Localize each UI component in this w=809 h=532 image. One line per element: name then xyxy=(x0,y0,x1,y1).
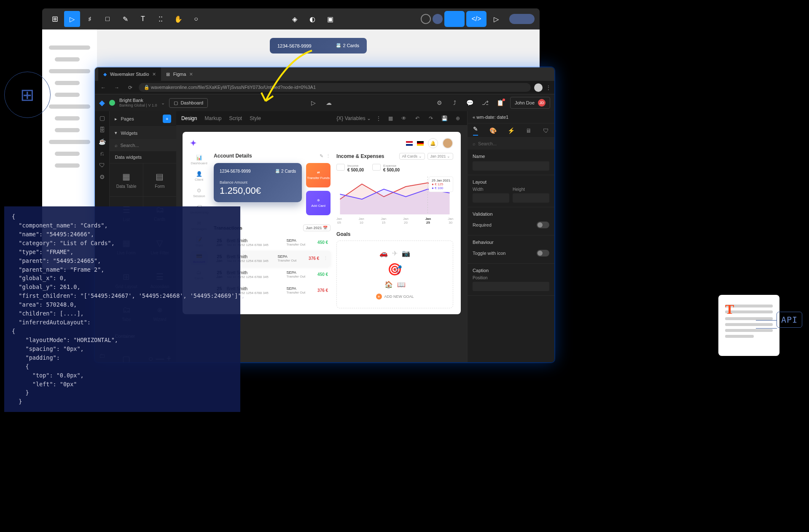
edit-icon[interactable]: ✎ xyxy=(320,153,323,159)
rect-tool[interactable]: □ xyxy=(99,11,116,27)
layer-item[interactable] xyxy=(49,45,90,50)
layer-item[interactable] xyxy=(49,104,90,109)
profile-avatar[interactable] xyxy=(534,83,543,92)
rail-dashboard[interactable]: 📊Dashboard xyxy=(190,153,208,167)
visibility-icon[interactable]: 👁 xyxy=(400,115,408,121)
notification-icon[interactable]: 📋 xyxy=(495,99,506,106)
pages-row[interactable]: ▸ Pages + xyxy=(110,111,176,127)
breadcrumb[interactable]: « wm-date: date1 xyxy=(468,111,554,123)
ellipse-tool[interactable]: ○ xyxy=(188,11,204,27)
back-icon[interactable]: ← xyxy=(98,85,108,91)
add-goal-button[interactable]: + ADD NEW GOAL xyxy=(345,294,444,299)
deploy-icon[interactable]: ⤴ xyxy=(449,99,460,106)
height-input[interactable] xyxy=(513,193,549,203)
avatar-1[interactable] xyxy=(421,14,431,24)
pen-tool[interactable]: ✎ xyxy=(117,11,133,27)
undo-icon[interactable]: ↶ xyxy=(413,115,422,121)
month-filter[interactable]: Jan 2021 📅 xyxy=(303,225,331,231)
properties-search[interactable]: ⌕ Search... xyxy=(468,138,554,150)
tab-figma[interactable]: ⊞ Figma × xyxy=(161,67,198,81)
share-button[interactable] xyxy=(444,11,465,27)
flag-uk-icon[interactable] xyxy=(406,141,413,146)
reload-icon[interactable]: ⟳ xyxy=(125,85,135,91)
month-filter[interactable]: Jan 2021 ⌄ xyxy=(427,153,454,160)
api-rail-icon[interactable]: ☕ xyxy=(99,138,106,145)
close-icon[interactable]: × xyxy=(189,71,193,78)
play-icon[interactable]: ▷ xyxy=(308,99,319,106)
cards-filter[interactable]: All Cards ⌄ xyxy=(399,153,425,160)
tab-style[interactable]: Style xyxy=(250,115,261,121)
settings-icon[interactable]: ⚙ xyxy=(434,99,445,106)
layer-item[interactable] xyxy=(49,140,90,144)
tab-design[interactable]: Design xyxy=(181,115,197,121)
dev-mode-toggle[interactable]: </> xyxy=(466,11,486,27)
add-page-button[interactable]: + xyxy=(163,115,171,123)
properties-tab-icon[interactable]: ✎ xyxy=(473,126,478,136)
settings-rail-icon[interactable]: ⚙ xyxy=(99,174,105,180)
forward-icon[interactable]: → xyxy=(112,85,122,91)
browser-menu-icon[interactable]: ⋮ xyxy=(546,85,551,91)
flow-rail-icon[interactable]: ⎌ xyxy=(100,150,104,157)
layer-item[interactable] xyxy=(55,57,80,61)
add-card-button[interactable]: ⊕ Add Card xyxy=(306,191,331,215)
url-bar[interactable]: 🔒 wavemakeronline.com/file/SXaKEyWTjSvss… xyxy=(139,83,531,92)
widget-form[interactable]: ▤Form xyxy=(143,163,176,196)
figma-canvas-card[interactable]: 1234-5678-9999 📇 2 Cards xyxy=(270,38,367,53)
play-icon[interactable]: ▷ xyxy=(488,11,504,27)
security-tab-icon[interactable]: 🛡 xyxy=(543,127,549,134)
move-tool[interactable]: ▷ xyxy=(64,11,80,27)
widgets-row[interactable]: ▾ Widgets xyxy=(110,127,176,139)
width-input[interactable] xyxy=(473,193,509,203)
figma-logo-icon[interactable]: ⊞ xyxy=(47,11,62,27)
tab-wavemaker[interactable]: ◆ Wavemaker Studio × xyxy=(98,67,161,81)
mask-icon[interactable]: ◐ xyxy=(304,11,320,27)
layer-item[interactable] xyxy=(55,128,80,132)
layer-item[interactable] xyxy=(49,69,90,73)
close-icon[interactable]: × xyxy=(153,71,156,78)
rail-client[interactable]: 👤Client xyxy=(190,169,208,183)
tab-script[interactable]: Script xyxy=(229,115,242,121)
hand-tool[interactable]: ✋ xyxy=(170,11,186,27)
more-icon[interactable]: ⋮ xyxy=(326,153,331,159)
transfer-funds-button[interactable]: ⇄ Transfer Funds xyxy=(306,163,331,187)
position-input[interactable] xyxy=(473,282,549,291)
required-toggle[interactable] xyxy=(537,222,549,228)
layer-item[interactable] xyxy=(55,152,80,156)
layer-item[interactable] xyxy=(55,93,80,97)
layer-item[interactable] xyxy=(55,163,80,168)
branch-icon[interactable]: ⎇ xyxy=(480,99,491,106)
flag-de-icon[interactable] xyxy=(417,141,424,146)
device-tab-icon[interactable]: 🖥 xyxy=(526,127,532,134)
redo-icon[interactable]: ↷ xyxy=(427,115,435,121)
name-input[interactable] xyxy=(473,161,549,171)
chevron-down-icon[interactable]: ⌄ xyxy=(161,100,165,106)
pages-rail-icon[interactable]: ▢ xyxy=(99,115,105,121)
widget-data-table[interactable]: ▦Data Table xyxy=(110,163,142,196)
boolean-icon[interactable]: ▣ xyxy=(322,11,338,27)
rail-session[interactable]: ⊙Session xyxy=(190,186,208,200)
bell-icon[interactable]: 🔔 xyxy=(428,138,438,148)
cloud-upload-icon[interactable]: ☁ xyxy=(323,99,334,106)
layout-icon[interactable]: ▦ xyxy=(386,115,395,121)
layer-item[interactable] xyxy=(55,81,80,85)
data-widgets-row[interactable]: Data widgets xyxy=(110,151,176,163)
user-avatar[interactable] xyxy=(442,138,453,149)
style-tab-icon[interactable]: 🎨 xyxy=(489,127,497,134)
dashboard-button[interactable]: ▢ Dashboard xyxy=(169,98,208,108)
security-rail-icon[interactable]: 🛡 xyxy=(99,162,105,168)
avatar-2[interactable] xyxy=(433,14,443,24)
components-icon[interactable]: ◈ xyxy=(287,11,303,27)
save-icon[interactable]: 💾 xyxy=(440,115,449,121)
chevron-down-icon[interactable]: ⋮ xyxy=(376,115,381,121)
user-menu[interactable]: John Doe JD xyxy=(510,97,550,109)
resources-tool[interactable]: ⁚⁚ xyxy=(153,11,169,27)
widget-search[interactable]: ⌕ Search... xyxy=(110,139,176,151)
account-card[interactable]: 1234-5678-9999 📇 2 Cards Balance Amount … xyxy=(214,163,302,202)
layer-item[interactable] xyxy=(55,116,80,120)
project-title[interactable]: Bright Bank Banking Global | V 1.0 xyxy=(119,98,157,108)
variables-button[interactable]: {X} Variables ⌄ xyxy=(336,115,371,121)
events-tab-icon[interactable]: ⚡ xyxy=(508,127,515,134)
frame-tool[interactable]: ♯ xyxy=(82,11,98,27)
db-rail-icon[interactable]: 🗄 xyxy=(99,126,105,133)
text-tool[interactable]: T xyxy=(135,11,151,27)
